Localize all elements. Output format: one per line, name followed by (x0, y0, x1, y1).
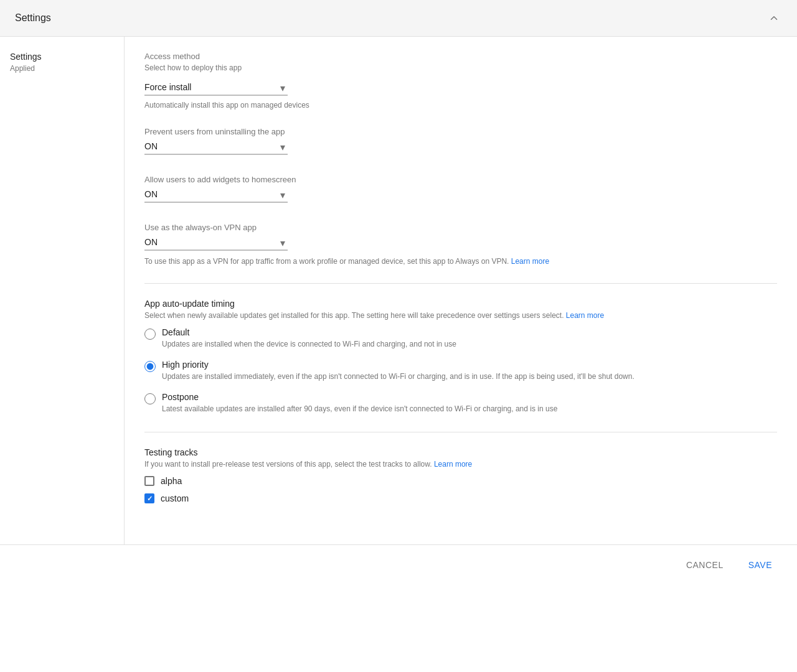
vpn-block: Use as the always-on VPN app ON OFF ▾ To… (144, 223, 777, 266)
sidebar: Settings Applied (0, 37, 125, 544)
radio-high-priority-content: High priority Updates are installed imme… (162, 360, 634, 382)
radio-item-default: Default Updates are installed when the d… (144, 327, 777, 350)
divider-1 (144, 283, 777, 284)
dialog-title: Settings (15, 12, 51, 24)
vpn-desc: To use this app as a VPN for app traffic… (144, 257, 580, 266)
prevent-uninstall-select[interactable]: ON OFF (144, 139, 288, 155)
access-method-select-wrapper: Force install Available Block ▾ (144, 80, 288, 96)
radio-high-priority-desc: Updates are installed immediately, even … (162, 371, 634, 382)
footer-area: CANCEL SAVE (0, 544, 797, 672)
vpn-desc-text: To use this app as a VPN for app traffic… (144, 257, 509, 266)
checkbox-alpha[interactable] (144, 476, 154, 486)
radio-item-high-priority: High priority Updates are installed imme… (144, 360, 777, 382)
divider-2 (144, 432, 777, 432)
testing-tracks-desc-text: If you want to install pre-release test … (144, 460, 432, 469)
checkbox-alpha-label: alpha (161, 476, 182, 486)
sidebar-section-subtitle: Applied (10, 64, 114, 73)
cancel-button[interactable]: CANCEL (676, 555, 733, 575)
auto-update-desc: Select when newly available updates get … (144, 311, 643, 320)
auto-update-title: App auto-update timing (144, 299, 777, 309)
dialog-header: Settings (0, 0, 797, 37)
radio-postpone[interactable] (144, 393, 156, 404)
main-content: Access method Select how to deploy this … (125, 37, 797, 544)
checkbox-custom[interactable] (144, 493, 154, 503)
settings-dialog: Settings Settings Applied Access method … (0, 0, 797, 672)
access-method-desc: Select how to deploy this app (144, 63, 777, 72)
radio-default-desc: Updates are installed when the device is… (162, 338, 456, 350)
radio-high-priority[interactable] (144, 361, 156, 372)
auto-update-block: App auto-update timing Select when newly… (144, 299, 777, 414)
sidebar-section-title: Settings (10, 52, 114, 62)
vpn-select[interactable]: ON OFF (144, 235, 288, 251)
collapse-button[interactable] (766, 10, 782, 26)
testing-tracks-block: Testing tracks If you want to install pr… (144, 447, 777, 503)
radio-item-postpone: Postpone Latest available updates are in… (144, 392, 777, 414)
testing-tracks-checkbox-group: alpha custom (144, 476, 777, 503)
vpn-select-wrapper: ON OFF ▾ (144, 235, 288, 251)
prevent-uninstall-label: Prevent users from uninstalling the app (144, 127, 777, 136)
access-method-block: Access method Select how to deploy this … (144, 52, 777, 110)
radio-postpone-desc: Latest available updates are installed a… (162, 403, 557, 414)
add-widgets-label: Allow users to add widgets to homescreen (144, 175, 777, 184)
prevent-uninstall-block: Prevent users from uninstalling the app … (144, 127, 777, 157)
checkbox-custom-label: custom (161, 493, 189, 503)
checkbox-item-alpha: alpha (144, 476, 777, 486)
checkbox-item-custom: custom (144, 493, 777, 503)
vpn-learn-more-link[interactable]: Learn more (511, 257, 549, 266)
add-widgets-select-wrapper: ON OFF ▾ (144, 187, 288, 203)
testing-tracks-title: Testing tracks (144, 447, 777, 457)
dialog-footer: CANCEL SAVE (0, 544, 797, 585)
testing-tracks-desc: If you want to install pre-release test … (144, 460, 777, 469)
add-widgets-block: Allow users to add widgets to homescreen… (144, 175, 777, 205)
access-method-auto-desc: Automatically install this app on manage… (144, 101, 777, 110)
radio-postpone-title: Postpone (162, 392, 557, 402)
radio-postpone-content: Postpone Latest available updates are in… (162, 392, 557, 414)
auto-update-desc-text: Select when newly available updates get … (144, 311, 564, 320)
bottom-spacer (0, 585, 797, 672)
testing-tracks-learn-more-link[interactable]: Learn more (434, 460, 472, 469)
radio-default[interactable] (144, 329, 156, 340)
prevent-uninstall-select-wrapper: ON OFF ▾ (144, 139, 288, 155)
radio-high-priority-title: High priority (162, 360, 634, 370)
auto-update-learn-more-link[interactable]: Learn more (566, 311, 604, 320)
radio-default-title: Default (162, 327, 456, 337)
save-button[interactable]: SAVE (738, 555, 782, 575)
dialog-body: Settings Applied Access method Select ho… (0, 37, 797, 544)
radio-default-content: Default Updates are installed when the d… (162, 327, 456, 350)
access-method-select[interactable]: Force install Available Block (144, 80, 288, 96)
access-method-label: Access method (144, 52, 777, 61)
auto-update-radio-group: Default Updates are installed when the d… (144, 327, 777, 414)
chevron-up-icon (768, 12, 780, 24)
vpn-label: Use as the always-on VPN app (144, 223, 777, 232)
add-widgets-select[interactable]: ON OFF (144, 187, 288, 203)
